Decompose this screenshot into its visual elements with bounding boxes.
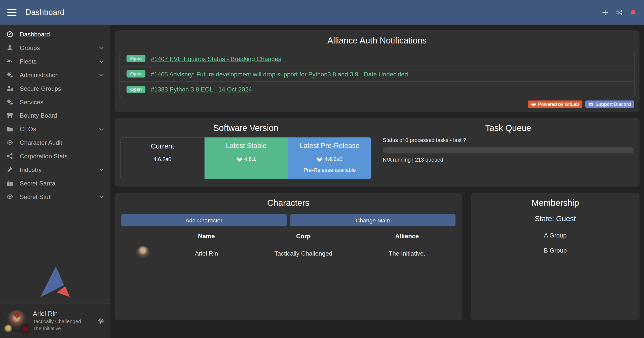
top-navbar: Dashboard [0, 0, 644, 25]
plus-icon[interactable] [602, 9, 609, 16]
sidebar-item-label: Groups [20, 44, 40, 51]
version-number: 4.6.2a0 [325, 156, 343, 162]
user-corp: Tactically Challenged [33, 319, 81, 325]
sidebar-item-groups[interactable]: Groups [0, 41, 110, 55]
characters-table: Name Corp Alliance Ariel Rin Tactically … [121, 229, 455, 263]
chevron-down-icon [99, 167, 104, 172]
sidebar-item-label: Industry [20, 166, 42, 173]
sidebar-item-dashboard[interactable]: Dashboard [0, 27, 110, 41]
version-cell-latest-prerelease: Latest Pre-Release 4.6.2a0 Pre-Release a… [288, 137, 371, 179]
sidebar-item-character-audit[interactable]: Character Audit [0, 136, 110, 149]
alliance-logo-badge [21, 324, 30, 333]
notifications-title: Alliance Auth Notifications [115, 30, 639, 45]
badge-label: Support Discord [595, 102, 631, 107]
membership-title: Membership [471, 193, 639, 208]
user-panel: Ariel Rin Tactically Challenged The Init… [0, 303, 110, 338]
status-badge: Open [127, 70, 145, 77]
sidebar-item-bounty-board[interactable]: Bounty Board [0, 109, 110, 122]
sidebar-item-label: Secret Santa [20, 180, 55, 187]
sidebar-item-label: Administration [20, 71, 59, 78]
status-badge: Open [127, 85, 145, 93]
chevron-down-icon [99, 126, 104, 132]
list-item-group: B Group [477, 243, 634, 258]
chevron-down-icon [99, 72, 104, 78]
sidebar-item-industry[interactable]: Industry [0, 163, 110, 176]
sidebar: Dashboard Groups Fleets Administration S… [0, 25, 110, 338]
version-cell-current: Current 4.6.2a0 [120, 137, 205, 179]
gitlab-icon [531, 102, 536, 107]
badge-label: Powered by GitLab [538, 102, 579, 107]
list-item-group: A Group [477, 228, 634, 243]
user-name: Ariel Rin [33, 310, 81, 318]
shop-icon [6, 112, 14, 119]
menu-toggle-icon[interactable] [7, 9, 16, 16]
sidebar-item-administration[interactable]: Administration [0, 68, 110, 82]
user-alliance: The Initiative. [33, 326, 81, 332]
characters-panel: Characters Add Character Change Main Nam… [115, 193, 462, 320]
corp-logo-badge [4, 324, 13, 333]
character-alliance: The Initiative. [359, 243, 456, 263]
software-version-section: Software Version Current 4.6.2a0 Latest … [115, 118, 377, 186]
sidebar-item-ceos[interactable]: CEOs [0, 122, 110, 136]
chevron-down-icon [99, 59, 104, 64]
notification-link[interactable]: #1383 Python 3.8 EOL - 14 Oct 2024 [151, 86, 252, 93]
add-character-button[interactable]: Add Character [121, 214, 287, 226]
avatar [6, 310, 27, 331]
notification-item: Open #1405 Advisory: Future development … [120, 66, 634, 81]
gauge-icon [6, 31, 14, 38]
membership-state: State: Guest [471, 215, 639, 223]
sidebar-item-secret-santa[interactable]: Secret Santa [0, 176, 110, 190]
sidebar-item-corporation-stats[interactable]: Corporation Stats [0, 149, 110, 163]
chevron-down-icon [99, 45, 104, 51]
task-queue-status: Status of 0 processed tasks • last ? [383, 137, 634, 143]
version-cell-label: Latest Stable [205, 142, 288, 150]
task-queue-counts: N/A running | 213 queued [383, 157, 634, 163]
user-icon [6, 44, 14, 51]
discord-icon [588, 102, 593, 107]
change-main-button[interactable]: Change Main [290, 214, 456, 226]
sidebar-item-label: Secret Stuff [20, 193, 52, 200]
version-number: 4.6.1 [244, 156, 256, 162]
version-cell-latest-stable: Latest Stable 4.6.1 [205, 137, 288, 179]
user-lock-icon [6, 85, 14, 92]
chevron-down-icon [99, 194, 104, 200]
character-name: Ariel Rin [165, 243, 248, 263]
sidebar-item-services[interactable]: Services [0, 95, 110, 109]
gears-icon [6, 71, 14, 78]
sidebar-item-label: Fleets [20, 58, 36, 65]
sidebar-item-label: Corporation Stats [20, 153, 68, 160]
characters-title: Characters [115, 193, 462, 208]
alliance-auth-logo [40, 266, 70, 297]
notification-item: Open #1407 EVE Equinox Status - Breaking… [120, 51, 634, 66]
eye-icon [6, 193, 14, 200]
notification-link[interactable]: #1405 Advisory: Future development will … [151, 70, 408, 77]
gitlab-icon [317, 156, 323, 162]
column-header-name: Name [165, 229, 248, 243]
hammer-icon [6, 166, 14, 173]
sidebar-item-label: Dashboard [20, 31, 50, 38]
gear-icon[interactable] [97, 317, 104, 324]
gifts-icon [6, 180, 14, 187]
notification-item: Open #1383 Python 3.8 EOL - 14 Oct 2024 [120, 82, 634, 97]
column-header-portrait [121, 229, 165, 243]
notification-link[interactable]: #1407 EVE Equinox Status - Breaking Chan… [151, 55, 281, 62]
software-version-title: Software Version [115, 118, 377, 133]
powered-by-gitlab-badge[interactable]: Powered by GitLab [528, 101, 582, 108]
notifications-list: Open #1407 EVE Equinox Status - Breaking… [120, 51, 635, 97]
column-header-corp: Corp [248, 229, 358, 243]
main-content: Alliance Auth Notifications Open #1407 E… [110, 25, 644, 338]
shuffle-icon[interactable] [616, 9, 623, 16]
sidebar-item-fleets[interactable]: Fleets [0, 55, 110, 68]
support-discord-badge[interactable]: Support Discord [585, 101, 634, 108]
sidebar-item-secret-stuff[interactable]: Secret Stuff [0, 190, 110, 204]
gears-icon [6, 99, 14, 106]
bell-icon[interactable] [630, 9, 637, 16]
character-portrait [136, 246, 150, 260]
gitlab-icon [236, 156, 242, 162]
sidebar-item-label: Secure Groups [20, 85, 61, 92]
version-number: 4.6.2a0 [154, 156, 171, 162]
status-badge: Open [127, 55, 145, 62]
share-nodes-icon [6, 153, 14, 160]
sidebar-item-secure-groups[interactable]: Secure Groups [0, 82, 110, 95]
sidebar-item-label: Bounty Board [20, 112, 57, 119]
